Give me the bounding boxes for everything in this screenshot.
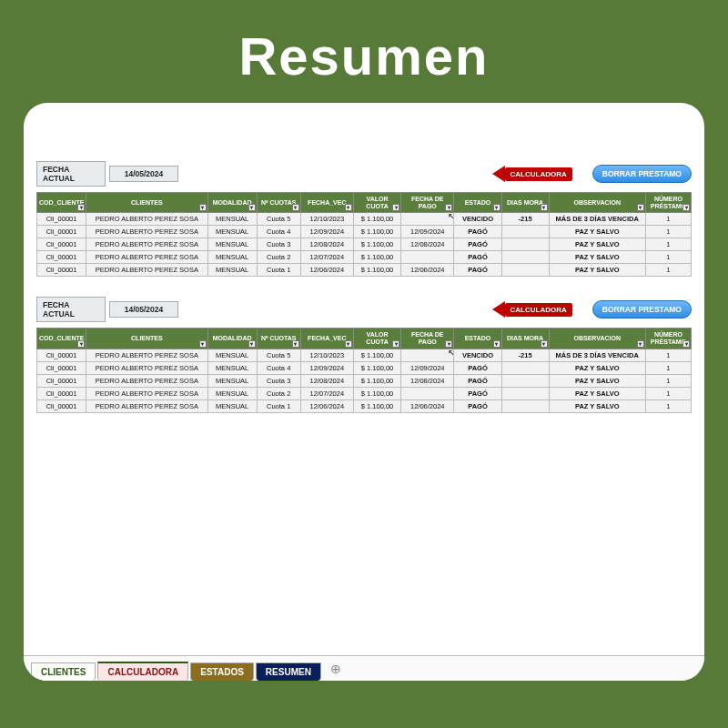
cell[interactable]: PAZ Y SALVO bbox=[549, 374, 645, 387]
cell[interactable]: Cli_00001 bbox=[37, 399, 86, 412]
cell[interactable]: MENSUAL bbox=[207, 251, 257, 264]
filter-button[interactable]: ▾ bbox=[345, 340, 352, 348]
cell[interactable]: $ 1.100,00 bbox=[353, 349, 400, 361]
filter-button[interactable]: ▾ bbox=[345, 204, 352, 211]
table-row[interactable]: Cli_00001PEDRO ALBERTO PEREZ SOSAMENSUAL… bbox=[37, 213, 692, 226]
cell[interactable]: Cuota 5 bbox=[257, 349, 300, 361]
cell[interactable]: PAGÓ bbox=[454, 374, 501, 387]
cell[interactable]: VENCIDO bbox=[454, 349, 501, 361]
cell[interactable]: 12/06/2024 bbox=[401, 399, 454, 412]
cell[interactable]: PEDRO ALBERTO PEREZ SOSA bbox=[86, 349, 207, 361]
cell[interactable] bbox=[501, 399, 549, 412]
cell[interactable]: $ 1.100,00 bbox=[353, 213, 400, 226]
calculadora-arrow-button[interactable]: CALCULADORA bbox=[492, 166, 572, 182]
cell[interactable]: 12/10/2023 bbox=[300, 349, 353, 361]
filter-button[interactable]: ▾ bbox=[199, 340, 207, 348]
filter-button[interactable]: ▾ bbox=[77, 340, 85, 348]
cell[interactable]: PEDRO ALBERTO PEREZ SOSA bbox=[86, 361, 207, 374]
cell[interactable]: $ 1.100,00 bbox=[353, 251, 400, 264]
filter-button[interactable]: ▾ bbox=[77, 204, 85, 211]
cell[interactable]: 1 bbox=[645, 226, 691, 238]
cell[interactable]: PAGÓ bbox=[454, 238, 501, 251]
cell[interactable]: ↖ bbox=[401, 349, 454, 361]
cell[interactable]: PEDRO ALBERTO PEREZ SOSA bbox=[86, 251, 207, 264]
cell[interactable]: Cuota 3 bbox=[257, 374, 300, 387]
cell[interactable]: 12/08/2024 bbox=[401, 374, 454, 387]
cell[interactable]: 1 bbox=[645, 399, 691, 412]
cell[interactable]: PEDRO ALBERTO PEREZ SOSA bbox=[86, 387, 207, 399]
cell[interactable]: MENSUAL bbox=[207, 387, 257, 399]
filter-button[interactable]: ▾ bbox=[541, 340, 548, 348]
table-row[interactable]: Cli_00001PEDRO ALBERTO PEREZ SOSAMENSUAL… bbox=[37, 399, 692, 412]
cell[interactable]: PAZ Y SALVO bbox=[549, 264, 645, 277]
table-row[interactable]: Cli_00001PEDRO ALBERTO PEREZ SOSAMENSUAL… bbox=[37, 361, 692, 374]
cell[interactable]: PEDRO ALBERTO PEREZ SOSA bbox=[86, 399, 207, 412]
cell[interactable]: PAZ Y SALVO bbox=[549, 361, 645, 374]
filter-button[interactable]: ▾ bbox=[637, 340, 644, 348]
cell[interactable]: Cli_00001 bbox=[37, 264, 86, 277]
filter-button[interactable]: ▾ bbox=[392, 340, 399, 348]
cell[interactable]: PAZ Y SALVO bbox=[549, 251, 645, 264]
filter-button[interactable]: ▾ bbox=[682, 340, 690, 348]
filter-button[interactable]: ▾ bbox=[199, 204, 207, 211]
cell[interactable]: ↖ bbox=[401, 213, 454, 226]
cell[interactable]: 1 bbox=[645, 387, 691, 399]
cell[interactable]: 12/08/2024 bbox=[401, 238, 454, 251]
cell[interactable]: Cuota 2 bbox=[257, 251, 300, 264]
filter-button[interactable]: ▾ bbox=[292, 340, 299, 348]
calculadora-arrow-button[interactable]: CALCULADORA bbox=[492, 301, 572, 318]
cell[interactable]: Cuota 1 bbox=[257, 399, 300, 412]
cell[interactable]: PAGÓ bbox=[454, 251, 501, 264]
cell[interactable]: Cuota 4 bbox=[257, 361, 300, 374]
cell[interactable]: $ 1.100,00 bbox=[353, 387, 400, 399]
cell[interactable]: PEDRO ALBERTO PEREZ SOSA bbox=[86, 374, 207, 387]
cell[interactable]: 1 bbox=[645, 264, 691, 277]
cell[interactable] bbox=[501, 374, 549, 387]
tab-calculadora[interactable]: CALCULADORA bbox=[97, 662, 188, 681]
cell[interactable]: 1 bbox=[645, 213, 691, 226]
cell[interactable]: 12/06/2024 bbox=[300, 399, 353, 412]
filter-button[interactable]: ▾ bbox=[392, 204, 399, 211]
borrar-prestamo-button[interactable]: BORRAR PRESTAMO bbox=[592, 300, 692, 318]
cell[interactable] bbox=[501, 264, 549, 277]
cell[interactable]: 12/09/2024 bbox=[300, 361, 353, 374]
filter-button[interactable]: ▾ bbox=[493, 340, 500, 348]
cell[interactable]: Cli_00001 bbox=[37, 349, 86, 361]
cell[interactable]: PEDRO ALBERTO PEREZ SOSA bbox=[86, 213, 207, 226]
cell[interactable]: -215 bbox=[501, 349, 549, 361]
cell[interactable]: Cuota 4 bbox=[257, 226, 300, 238]
add-sheet-button[interactable]: ⊕ bbox=[323, 660, 349, 678]
cell[interactable] bbox=[501, 238, 549, 251]
tab-clientes[interactable]: CLIENTES bbox=[31, 662, 96, 681]
table-row[interactable]: Cli_00001PEDRO ALBERTO PEREZ SOSAMENSUAL… bbox=[37, 374, 692, 387]
tab-estados[interactable]: ESTADOS bbox=[190, 662, 254, 681]
cell[interactable]: Cuota 3 bbox=[257, 238, 300, 251]
cell[interactable]: $ 1.100,00 bbox=[353, 399, 400, 412]
cell[interactable]: PEDRO ALBERTO PEREZ SOSA bbox=[86, 238, 207, 251]
table-row[interactable]: Cli_00001PEDRO ALBERTO PEREZ SOSAMENSUAL… bbox=[37, 387, 692, 399]
filter-button[interactable]: ▾ bbox=[292, 204, 299, 211]
cell[interactable]: Cuota 5 bbox=[257, 213, 300, 226]
cell[interactable] bbox=[501, 251, 549, 264]
cell[interactable] bbox=[501, 226, 549, 238]
cell[interactable]: Cli_00001 bbox=[37, 374, 86, 387]
cell[interactable]: Cli_00001 bbox=[37, 361, 86, 374]
cell[interactable]: MENSUAL bbox=[207, 264, 257, 277]
cell[interactable]: MENSUAL bbox=[207, 213, 257, 226]
cell[interactable] bbox=[501, 361, 549, 374]
table-row[interactable]: Cli_00001PEDRO ALBERTO PEREZ SOSAMENSUAL… bbox=[37, 226, 692, 238]
cell[interactable]: PAGÓ bbox=[454, 264, 501, 277]
filter-button[interactable]: ▾ bbox=[248, 204, 256, 211]
cell[interactable]: -215 bbox=[501, 213, 549, 226]
cell[interactable]: $ 1.100,00 bbox=[353, 226, 400, 238]
cell[interactable]: MENSUAL bbox=[207, 238, 257, 251]
cell[interactable]: 12/07/2024 bbox=[300, 387, 353, 399]
cell[interactable]: PAZ Y SALVO bbox=[549, 226, 645, 238]
cell[interactable]: 12/09/2024 bbox=[401, 361, 454, 374]
cell[interactable] bbox=[501, 387, 549, 399]
cell[interactable]: Cli_00001 bbox=[37, 238, 86, 251]
cell[interactable]: 12/09/2024 bbox=[300, 226, 353, 238]
cell[interactable]: PAZ Y SALVO bbox=[549, 387, 645, 399]
cell[interactable]: PEDRO ALBERTO PEREZ SOSA bbox=[86, 264, 207, 277]
cell[interactable]: Cuota 2 bbox=[257, 387, 300, 399]
